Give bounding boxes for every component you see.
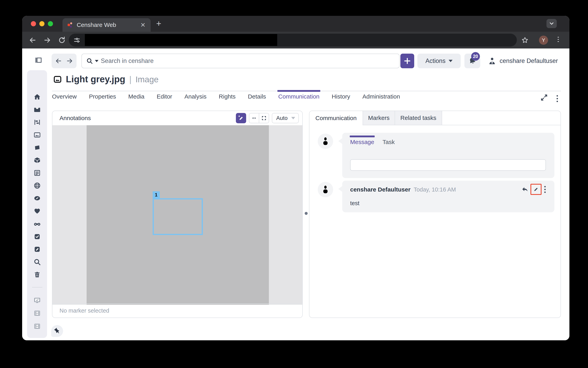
composer-tab-task[interactable]: Task — [383, 139, 395, 145]
annotation-marker-number[interactable]: 1 — [153, 191, 160, 198]
message-timestamp: Today, 10:16 AM — [414, 186, 456, 193]
page-menu-icon[interactable] — [556, 94, 559, 103]
tab-details[interactable]: Details — [248, 93, 266, 100]
browser-window: Censhare Web ✕ + Y — [22, 16, 570, 340]
search-scope-caret-icon[interactable] — [95, 60, 98, 62]
close-window-button[interactable] — [31, 21, 36, 26]
browser-back-icon[interactable] — [28, 36, 37, 44]
user-menu[interactable]: censhare Defaultuser — [488, 54, 558, 68]
tab-history[interactable]: History — [332, 93, 350, 100]
notifications-button[interactable]: 20 — [464, 54, 480, 68]
create-asset-button[interactable] — [400, 54, 414, 68]
annotations-footer: No marker selected — [52, 304, 302, 318]
tab-close-icon[interactable]: ✕ — [140, 22, 145, 28]
asset-title-row: Light grey.jpg | Image — [53, 74, 159, 84]
browser-menu-icon[interactable] — [557, 36, 563, 43]
app-forward-icon[interactable] — [66, 58, 73, 64]
browser-tab[interactable]: Censhare Web ✕ — [62, 18, 151, 32]
tab-rights[interactable]: Rights — [219, 93, 236, 100]
new-tab-button[interactable]: + — [156, 18, 161, 28]
message-menu-icon[interactable] — [543, 185, 546, 194]
watchlist-binoculars-icon[interactable] — [33, 220, 41, 228]
trash-icon[interactable] — [33, 271, 41, 278]
communication-panel-tabs: Communication Markers Related tasks — [309, 111, 561, 125]
notification-badge: 20 — [471, 52, 480, 61]
film-icon[interactable] — [33, 322, 41, 330]
compass-icon[interactable] — [33, 194, 41, 202]
browser-reload-icon[interactable] — [58, 36, 66, 44]
browser-tab-title: Censhare Web — [77, 22, 116, 28]
tab-panel-markers[interactable]: Markers — [363, 111, 395, 125]
expand-view-icon[interactable] — [540, 94, 548, 101]
inbox-icon[interactable] — [33, 106, 41, 113]
edit-message-pencil-icon[interactable] — [533, 186, 539, 192]
person-icon — [321, 184, 330, 194]
image-icon[interactable] — [33, 131, 41, 139]
censhare-app: Actions 20 censhare Defaultuser — [22, 48, 570, 340]
fit-width-button[interactable] — [249, 113, 259, 123]
edit-icon[interactable] — [33, 246, 41, 253]
bookmark-star-icon[interactable] — [521, 37, 529, 44]
tab-properties[interactable]: Properties — [89, 93, 116, 100]
plus-icon — [403, 57, 411, 65]
tasks-icon[interactable] — [33, 233, 41, 240]
censhare-favicon — [68, 22, 73, 28]
favorites-heart-icon[interactable] — [33, 207, 41, 215]
tab-communication[interactable]: Communication — [278, 93, 319, 100]
chevron-down-icon — [549, 21, 555, 27]
page-icon[interactable] — [33, 144, 41, 151]
profile-initial: Y — [542, 37, 545, 43]
asset-nav-tabs: Overview Properties Media Editor Analysi… — [52, 93, 400, 100]
add-annotation-button[interactable] — [236, 113, 246, 123]
planning-board-icon[interactable] — [33, 119, 41, 126]
tab-analysis[interactable]: Analysis — [185, 93, 207, 100]
globe-icon[interactable] — [33, 182, 41, 189]
zoom-mode-select[interactable]: Auto — [272, 113, 299, 123]
annotation-marker-rect[interactable] — [153, 198, 203, 235]
panel-splitter-handle[interactable] — [305, 212, 308, 215]
app-back-icon[interactable] — [55, 58, 62, 64]
composer-avatar — [318, 134, 333, 149]
zoom-window-button[interactable] — [48, 21, 53, 26]
annotations-title: Annotations — [60, 115, 91, 121]
home-icon[interactable] — [33, 93, 41, 101]
search-sidebar-icon[interactable] — [33, 258, 41, 266]
approval-screen-icon[interactable] — [33, 296, 41, 304]
annotation-canvas[interactable]: 1 — [52, 125, 302, 305]
sidebar-rail — [27, 70, 47, 338]
fit-screen-button[interactable] — [259, 113, 269, 123]
fit-screen-icon — [261, 115, 267, 121]
tab-editor[interactable]: Editor — [157, 93, 172, 100]
message-avatar — [318, 182, 333, 197]
tab-panel-related-tasks[interactable]: Related tasks — [395, 111, 442, 125]
tab-panel-communication[interactable]: Communication — [309, 111, 363, 125]
film-icon[interactable] — [33, 309, 41, 317]
minimize-window-button[interactable] — [39, 21, 45, 26]
toggle-sidebar-icon[interactable] — [35, 56, 42, 64]
pushpin-icon — [52, 326, 62, 336]
module-icon[interactable] — [33, 156, 41, 164]
site-settings-icon[interactable] — [73, 37, 81, 44]
actions-label: Actions — [426, 57, 446, 64]
browser-toolbar: Y — [22, 32, 570, 48]
tab-search-button[interactable] — [546, 19, 557, 28]
user-avatar-icon — [488, 56, 497, 65]
communication-panel: Communication Markers Related tasks Mess… — [309, 110, 561, 318]
browser-forward-icon[interactable] — [43, 36, 51, 44]
edit-message-highlight-box — [530, 184, 542, 195]
pin-panel-button[interactable] — [51, 325, 63, 337]
search-input[interactable] — [100, 57, 395, 65]
tab-overview[interactable]: Overview — [52, 93, 77, 100]
zoom-mode-value: Auto — [276, 115, 288, 121]
asset-title: Light grey.jpg — [66, 74, 125, 84]
tab-media[interactable]: Media — [128, 93, 144, 100]
actions-button[interactable]: Actions — [417, 54, 461, 68]
message-input[interactable] — [350, 159, 546, 171]
composer-tab-message[interactable]: Message — [350, 139, 374, 145]
message-composer-card: Message Task — [342, 133, 554, 178]
article-icon[interactable] — [33, 169, 41, 177]
reply-icon[interactable] — [521, 186, 528, 193]
window-controls — [31, 21, 53, 26]
browser-profile-avatar[interactable]: Y — [539, 36, 548, 45]
tab-administration[interactable]: Administration — [362, 93, 400, 100]
